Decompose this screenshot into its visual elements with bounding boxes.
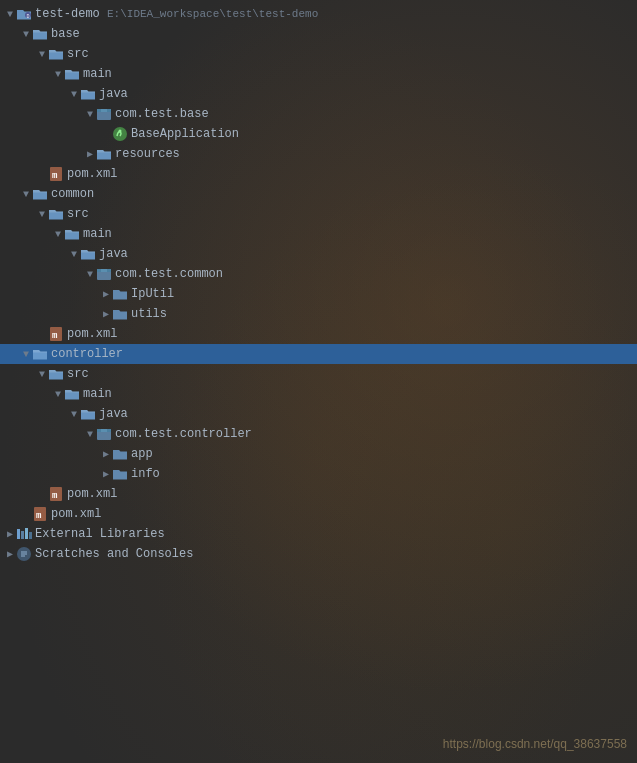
tree-arrow-base-pkg[interactable]	[84, 109, 96, 120]
tree-arrow-ctrl-main[interactable]	[52, 389, 64, 400]
icon-pomxml: m	[32, 506, 48, 522]
label-common-java: java	[99, 247, 128, 261]
tree-arrow-ctrl-pkg[interactable]	[84, 429, 96, 440]
icon-scratches	[16, 546, 32, 562]
tree-item-common-utils[interactable]: utils	[0, 304, 320, 324]
svg-text:m: m	[36, 511, 42, 521]
tree-arrow-common[interactable]	[20, 189, 32, 200]
tree-item-ctrl-main[interactable]: main	[0, 384, 320, 404]
tree-arrow-base-java[interactable]	[68, 89, 80, 100]
tree-item-base-java[interactable]: java	[0, 84, 320, 104]
tree-arrow-ctrl-info[interactable]	[100, 468, 112, 480]
icon-pomxml: m	[48, 326, 64, 342]
label-root: test-demo E:\IDEA_workspace\test\test-de…	[35, 7, 318, 21]
tree-item-base-src[interactable]: src	[0, 44, 320, 64]
tree-arrow-base[interactable]	[20, 29, 32, 40]
tree-arrow-base-main[interactable]	[52, 69, 64, 80]
tree-arrow-base-res[interactable]	[84, 148, 96, 160]
url-watermark: https://blog.csdn.net/qq_38637558	[443, 737, 627, 751]
icon-src	[48, 366, 64, 382]
label-scratches: Scratches and Consoles	[35, 547, 193, 561]
icon-subfolder	[112, 446, 128, 462]
tree-arrow-common-java[interactable]	[68, 249, 80, 260]
tree-item-common-main[interactable]: main	[0, 224, 320, 244]
label-base-src: src	[67, 47, 89, 61]
tree-arrow-ext-libs[interactable]	[4, 528, 16, 540]
icon-src	[48, 46, 64, 62]
label-base-pom: pom.xml	[67, 167, 117, 181]
tree-item-controller[interactable]: controller	[0, 344, 637, 364]
label-common-main: main	[83, 227, 112, 241]
icon-folder	[96, 146, 112, 162]
tree-arrow-ctrl-src[interactable]	[36, 369, 48, 380]
tree-item-common[interactable]: common	[0, 184, 320, 204]
tree-item-ctrl-pom[interactable]: m pom.xml	[0, 484, 320, 504]
label-common-iputil: IpUtil	[131, 287, 174, 301]
label-common-utils: utils	[131, 307, 167, 321]
tree-item-base-pom[interactable]: m pom.xml	[0, 164, 320, 184]
label-ctrl-java: java	[99, 407, 128, 421]
icon-module	[32, 186, 48, 202]
tree-arrow-base-src[interactable]	[36, 49, 48, 60]
tree-item-scratches[interactable]: Scratches and Consoles	[0, 544, 320, 564]
label-base: base	[51, 27, 80, 41]
label-ctrl-src: src	[67, 367, 89, 381]
icon-package	[96, 106, 112, 122]
tree-arrow-common-iputil[interactable]	[100, 288, 112, 300]
svg-text:m: m	[52, 331, 58, 341]
tree-arrow-common-utils[interactable]	[100, 308, 112, 320]
icon-package	[96, 426, 112, 442]
tree-arrow-scratches[interactable]	[4, 548, 16, 560]
tree-item-base-pkg[interactable]: com.test.base	[0, 104, 320, 124]
tree-item-base-app[interactable]: BaseApplication	[0, 124, 320, 144]
label-common-src: src	[67, 207, 89, 221]
tree-item-base-res[interactable]: resources	[0, 144, 320, 164]
tree-arrow-common-pkg[interactable]	[84, 269, 96, 280]
tree-arrow-root[interactable]	[4, 9, 16, 20]
icon-module	[32, 26, 48, 42]
icon-folder	[80, 86, 96, 102]
label-base-pkg: com.test.base	[115, 107, 209, 121]
label-ctrl-app: app	[131, 447, 153, 461]
tree-item-base-main[interactable]: main	[0, 64, 320, 84]
icon-javafile	[112, 126, 128, 142]
label-root-pom: pom.xml	[51, 507, 101, 521]
tree-item-ctrl-java[interactable]: java	[0, 404, 320, 424]
tree-arrow-ctrl-java[interactable]	[68, 409, 80, 420]
icon-src	[48, 206, 64, 222]
svg-text:m: m	[52, 171, 58, 181]
tree-item-ctrl-pkg[interactable]: com.test.controller	[0, 424, 320, 444]
tree-item-ctrl-src[interactable]: src	[0, 364, 320, 384]
tree-arrow-controller[interactable]	[20, 349, 32, 360]
tree-item-common-pom[interactable]: m pom.xml	[0, 324, 320, 344]
svg-text:D: D	[27, 14, 30, 20]
icon-module	[32, 346, 48, 362]
tree-item-ext-libs[interactable]: External Libraries	[0, 524, 320, 544]
icon-subfolder	[112, 306, 128, 322]
icon-folder	[80, 406, 96, 422]
tree-item-common-pkg[interactable]: com.test.common	[0, 264, 320, 284]
icon-pomxml: m	[48, 486, 64, 502]
svg-rect-17	[25, 528, 28, 539]
tree-item-root-pom[interactable]: m pom.xml	[0, 504, 320, 524]
svg-point-4	[119, 130, 122, 133]
tree-item-common-iputil[interactable]: IpUtil	[0, 284, 320, 304]
label-ext-libs: External Libraries	[35, 527, 165, 541]
icon-folder	[80, 246, 96, 262]
tree-item-common-java[interactable]: java	[0, 244, 320, 264]
tree-item-root[interactable]: D test-demo E:\IDEA_workspace\test\test-…	[0, 4, 320, 24]
tree-item-base[interactable]: base	[0, 24, 320, 44]
tree-arrow-common-main[interactable]	[52, 229, 64, 240]
tree-item-common-src[interactable]: src	[0, 204, 320, 224]
tree-item-ctrl-app[interactable]: app	[0, 444, 320, 464]
svg-text:m: m	[52, 491, 58, 501]
tree-item-ctrl-info[interactable]: info	[0, 464, 320, 484]
tree-arrow-ctrl-app[interactable]	[100, 448, 112, 460]
svg-point-3	[113, 127, 127, 141]
project-path: E:\IDEA_workspace\test\test-demo	[107, 8, 318, 20]
label-base-app: BaseApplication	[131, 127, 239, 141]
project-name: test-demo	[35, 7, 100, 21]
tree-arrow-common-src[interactable]	[36, 209, 48, 220]
label-ctrl-info: info	[131, 467, 160, 481]
icon-subfolder	[112, 466, 128, 482]
